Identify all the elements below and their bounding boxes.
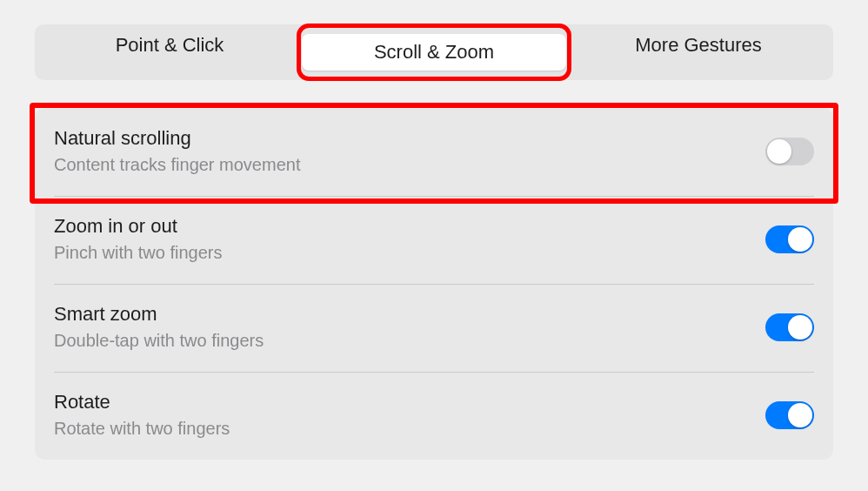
tab-label: Point & Click: [116, 34, 224, 56]
toggle-knob: [788, 403, 812, 427]
setting-text: Smart zoom Double-tap with two fingers: [54, 303, 264, 351]
tab-label: More Gestures: [635, 34, 762, 56]
toggle-knob: [788, 227, 812, 252]
settings-panel: Natural scrolling Content tracks finger …: [35, 108, 833, 460]
setting-title: Zoom in or out: [54, 215, 222, 238]
toggle-smart-zoom[interactable]: [765, 313, 814, 341]
toggle-zoom-in-out[interactable]: [765, 225, 814, 253]
setting-subtitle: Double-tap with two fingers: [54, 331, 264, 351]
toggle-rotate[interactable]: [765, 401, 814, 429]
toggle-knob: [767, 139, 791, 164]
tab-point-click[interactable]: Point & Click: [37, 27, 302, 77]
setting-text: Rotate Rotate with two fingers: [54, 391, 230, 439]
tab-bar: Point & Click Scroll & Zoom More Gesture…: [35, 24, 833, 80]
tab-scroll-zoom[interactable]: Scroll & Zoom: [302, 27, 566, 77]
tab-more-gestures[interactable]: More Gestures: [566, 27, 831, 77]
setting-title: Smart zoom: [54, 303, 264, 326]
setting-rotate: Rotate Rotate with two fingers: [35, 372, 833, 460]
setting-subtitle: Content tracks finger movement: [54, 155, 300, 175]
setting-text: Natural scrolling Content tracks finger …: [54, 127, 300, 175]
setting-text: Zoom in or out Pinch with two fingers: [54, 215, 222, 263]
setting-subtitle: Pinch with two fingers: [54, 243, 222, 263]
setting-natural-scrolling: Natural scrolling Content tracks finger …: [35, 108, 833, 196]
toggle-natural-scrolling[interactable]: [765, 138, 814, 165]
toggle-knob: [788, 315, 812, 340]
setting-title: Natural scrolling: [54, 127, 300, 150]
tab-label: Scroll & Zoom: [374, 41, 494, 63]
setting-zoom-in-out: Zoom in or out Pinch with two fingers: [35, 196, 833, 284]
setting-smart-zoom: Smart zoom Double-tap with two fingers: [35, 284, 833, 372]
setting-title: Rotate: [54, 391, 230, 414]
setting-subtitle: Rotate with two fingers: [54, 419, 230, 439]
